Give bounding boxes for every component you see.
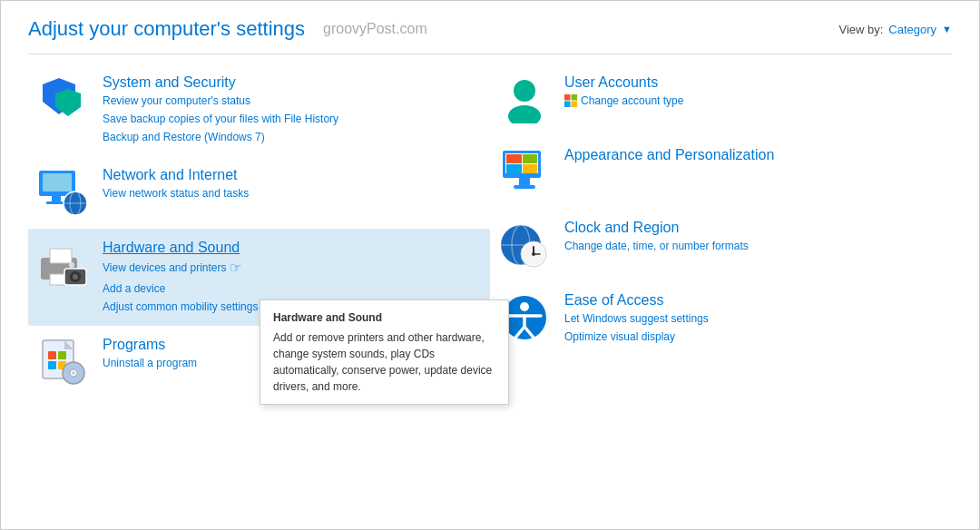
appearance-svg bbox=[501, 149, 548, 196]
hardware-sound-title[interactable]: Hardware and Sound bbox=[103, 240, 258, 256]
change-account-type-text: Change account type bbox=[581, 93, 683, 109]
svg-rect-35 bbox=[523, 154, 537, 163]
svg-rect-19 bbox=[48, 351, 56, 359]
svg-rect-39 bbox=[514, 185, 535, 189]
category-user-accounts: User Accounts Change account type bbox=[490, 64, 952, 136]
network-internet-svg bbox=[37, 169, 88, 216]
ease-access-title[interactable]: Ease of Access bbox=[564, 292, 709, 309]
page-title: Adjust your computer's settings bbox=[28, 17, 305, 41]
hardware-sound-icon bbox=[37, 240, 88, 290]
right-column: User Accounts Change account type bbox=[490, 64, 952, 520]
header-left: Adjust your computer's settings groovyPo… bbox=[28, 17, 427, 41]
network-internet-icon bbox=[37, 167, 88, 218]
viewby-label: View by: bbox=[838, 23, 883, 36]
programs-link-0[interactable]: Uninstall a program bbox=[103, 355, 197, 371]
svg-rect-3 bbox=[43, 173, 72, 191]
network-internet-text: Network and Internet View network status… bbox=[103, 167, 249, 201]
windows-shield-icon bbox=[564, 94, 577, 107]
clock-region-text: Clock and Region Change date, time, or n… bbox=[564, 220, 749, 254]
svg-rect-37 bbox=[523, 164, 537, 173]
svg-rect-20 bbox=[58, 351, 66, 359]
user-accounts-icon bbox=[499, 74, 550, 125]
system-security-icon bbox=[37, 74, 88, 125]
svg-point-27 bbox=[508, 105, 541, 123]
svg-point-26 bbox=[514, 80, 535, 102]
system-security-svg bbox=[39, 76, 86, 123]
control-panel-window: Adjust your computer's settings groovyPo… bbox=[0, 0, 980, 530]
programs-svg bbox=[39, 339, 86, 386]
system-security-link-1[interactable]: Save backup copies of your files with Fi… bbox=[103, 111, 338, 127]
category-clock-region: Clock and Region Change date, time, or n… bbox=[490, 209, 952, 281]
clock-region-icon bbox=[499, 220, 550, 270]
svg-rect-30 bbox=[564, 102, 571, 108]
category-ease-access: Ease of Access Let Windows suggest setti… bbox=[490, 281, 952, 356]
header-right: View by: Category ▼ bbox=[838, 23, 952, 36]
watermark: groovyPost.com bbox=[323, 21, 427, 37]
system-security-title[interactable]: System and Security bbox=[103, 74, 338, 91]
svg-rect-34 bbox=[506, 154, 522, 163]
svg-rect-21 bbox=[48, 361, 56, 369]
ease-access-link-1[interactable]: Optimize visual display bbox=[564, 329, 709, 345]
svg-rect-11 bbox=[50, 249, 72, 263]
ease-access-link-0[interactable]: Let Windows suggest settings bbox=[564, 310, 709, 327]
hardware-sound-text: Hardware and Sound View devices and prin… bbox=[103, 240, 258, 315]
network-internet-link-0[interactable]: View network status and tasks bbox=[103, 185, 249, 201]
appearance-title[interactable]: Appearance and Personalization bbox=[564, 147, 774, 163]
chevron-down-icon[interactable]: ▼ bbox=[942, 24, 952, 34]
category-appearance: Appearance and Personalization bbox=[490, 136, 952, 209]
system-security-link-0[interactable]: Review your computer's status bbox=[103, 93, 338, 109]
clock-region-title[interactable]: Clock and Region bbox=[564, 220, 749, 236]
svg-rect-28 bbox=[564, 94, 571, 101]
network-internet-title[interactable]: Network and Internet bbox=[103, 167, 249, 183]
category-system-security: System and Security Review your computer… bbox=[28, 64, 490, 156]
svg-rect-31 bbox=[572, 102, 578, 108]
ease-access-text: Ease of Access Let Windows suggest setti… bbox=[564, 292, 709, 345]
clock-region-svg bbox=[501, 221, 548, 269]
programs-title[interactable]: Programs bbox=[103, 337, 197, 353]
svg-rect-4 bbox=[52, 196, 61, 201]
appearance-text: Appearance and Personalization bbox=[564, 147, 774, 163]
appearance-icon bbox=[499, 147, 550, 198]
tooltip-title: Hardware and Sound bbox=[273, 309, 495, 326]
content-area: System and Security Review your computer… bbox=[1, 54, 979, 529]
programs-icon bbox=[37, 337, 88, 388]
hardware-sound-link-0[interactable]: View devices and printers ☞ bbox=[103, 258, 258, 279]
svg-point-16 bbox=[73, 274, 78, 280]
system-security-text: System and Security Review your computer… bbox=[103, 74, 338, 145]
svg-point-25 bbox=[72, 371, 75, 375]
svg-point-13 bbox=[69, 262, 74, 268]
svg-point-50 bbox=[520, 302, 529, 311]
svg-rect-36 bbox=[506, 164, 522, 173]
tooltip-description: Add or remove printers and other hardwar… bbox=[273, 329, 495, 395]
user-accounts-text: User Accounts Change account type bbox=[564, 74, 683, 109]
user-accounts-svg bbox=[501, 76, 548, 123]
hardware-sound-link-1[interactable]: Add a device bbox=[103, 280, 258, 297]
left-column: System and Security Review your computer… bbox=[28, 64, 490, 520]
programs-text: Programs Uninstall a program bbox=[103, 337, 197, 371]
category-network-internet: Network and Internet View network status… bbox=[28, 156, 490, 229]
hardware-sound-svg bbox=[37, 241, 88, 289]
system-security-link-2[interactable]: Backup and Restore (Windows 7) bbox=[103, 129, 338, 145]
cursor-icon: ☞ bbox=[230, 258, 241, 279]
viewby-dropdown[interactable]: Category bbox=[888, 23, 936, 36]
header: Adjust your computer's settings groovyPo… bbox=[1, 1, 979, 54]
svg-rect-38 bbox=[519, 178, 530, 185]
user-accounts-title[interactable]: User Accounts bbox=[564, 74, 683, 91]
hardware-sound-link-2[interactable]: Adjust common mobility settings bbox=[103, 299, 258, 315]
clock-region-link-0[interactable]: Change date, time, or number formats bbox=[564, 238, 749, 254]
link-text-view-devices: View devices and printers bbox=[103, 260, 227, 276]
user-accounts-link-0[interactable]: Change account type bbox=[564, 93, 683, 109]
svg-rect-29 bbox=[572, 94, 578, 101]
hardware-sound-tooltip: Hardware and Sound Add or remove printer… bbox=[260, 299, 509, 405]
svg-point-48 bbox=[532, 252, 535, 256]
